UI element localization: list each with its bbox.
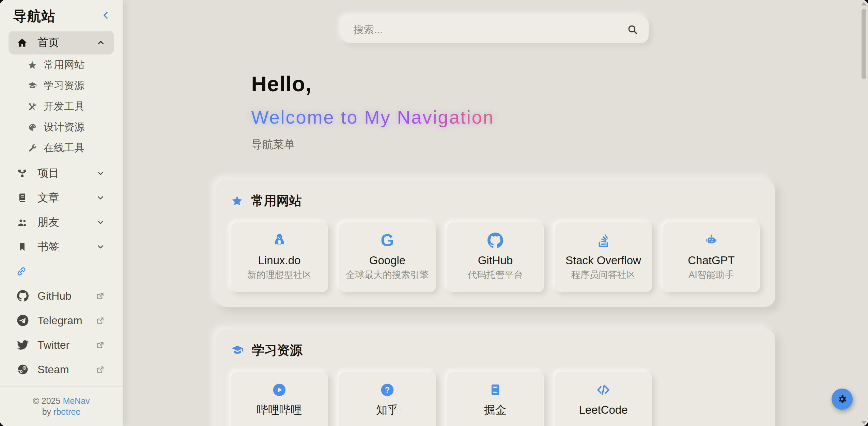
card-description: 程序员问答社区 bbox=[571, 269, 636, 281]
card-description: 新的理想型社区 bbox=[247, 269, 312, 281]
settings-fab-button[interactable] bbox=[832, 389, 853, 410]
sidebar-social: GitHub Telegram Twitter Steam bbox=[0, 284, 123, 382]
app-window: 导航站 首页 常用网站 学习资源 bbox=[0, 0, 868, 426]
book-journal-icon bbox=[487, 382, 503, 398]
palette-icon bbox=[28, 123, 37, 132]
robot-icon bbox=[703, 232, 719, 249]
card-title: LeetCode bbox=[579, 403, 627, 417]
twitter-icon bbox=[17, 339, 29, 351]
graduation-cap-icon bbox=[231, 344, 244, 357]
social-link-telegram[interactable]: Telegram bbox=[0, 308, 123, 333]
card-description: AI智能助手 bbox=[688, 269, 734, 281]
site-card-stackoverflow[interactable]: Stack Overflow 程序员问答社区 bbox=[555, 222, 652, 292]
link-icon bbox=[16, 266, 27, 277]
external-link-icon bbox=[96, 365, 105, 374]
scrollbar-thumb[interactable] bbox=[862, 9, 866, 79]
home-icon bbox=[17, 37, 27, 48]
external-link-icon bbox=[96, 341, 105, 350]
project-diagram-icon bbox=[17, 168, 27, 178]
github-icon bbox=[487, 232, 503, 249]
wrench-icon bbox=[28, 143, 37, 153]
bookmark-icon bbox=[17, 242, 27, 252]
github-icon bbox=[17, 290, 29, 302]
svg-text:?: ? bbox=[385, 385, 390, 394]
sidebar-item-projects[interactable]: 项目 bbox=[0, 161, 123, 186]
search-icon[interactable] bbox=[627, 24, 638, 35]
author-line: by rbetree bbox=[0, 406, 123, 417]
section-title: 常用网站 bbox=[251, 192, 302, 209]
star-icon bbox=[231, 195, 243, 207]
card-grid: 哔哩哔哩 ? 知乎 掘金 bbox=[231, 372, 760, 426]
author-link[interactable]: rbetree bbox=[53, 407, 80, 416]
sidebar-item-articles[interactable]: 文章 bbox=[0, 186, 123, 210]
sidebar-item-learning[interactable]: 学习资源 bbox=[0, 75, 123, 96]
social-links-divider bbox=[0, 259, 123, 284]
sidebar-item-bookmarks[interactable]: 书签 bbox=[0, 235, 123, 259]
section-header: 常用网站 bbox=[231, 193, 760, 208]
play-circle-icon bbox=[272, 382, 287, 398]
site-card-github[interactable]: GitHub 代码托管平台 bbox=[447, 222, 544, 292]
card-title: 哔哩哔哩 bbox=[257, 403, 302, 417]
site-card-leetcode[interactable]: LeetCode bbox=[555, 372, 652, 426]
social-link-steam[interactable]: Steam bbox=[0, 357, 123, 382]
section-learning: 学习资源 哔哩哔哩 ? 知乎 bbox=[216, 329, 775, 426]
site-card-zhihu[interactable]: ? 知乎 bbox=[339, 372, 436, 426]
site-card-juejin[interactable]: 掘金 bbox=[447, 372, 544, 426]
card-grid: Linux.do 新的理想型社区 G Google 全球最大的搜索引擎 GitH… bbox=[231, 222, 760, 292]
scrollbar-up-arrow[interactable] bbox=[861, 2, 867, 5]
social-link-github[interactable]: GitHub bbox=[0, 284, 123, 308]
scrollbar bbox=[860, 0, 868, 426]
chevron-down-icon bbox=[96, 218, 105, 227]
stack-overflow-icon bbox=[595, 232, 611, 249]
sidebar: 导航站 首页 常用网站 学习资源 bbox=[0, 0, 123, 426]
sidebar-item-design[interactable]: 设计资源 bbox=[0, 117, 123, 138]
card-title: Stack Overflow bbox=[565, 254, 641, 267]
scrollbar-down-arrow[interactable] bbox=[861, 421, 867, 424]
telegram-icon bbox=[17, 315, 29, 326]
greeting-welcome: Welcome to My Navigation bbox=[251, 106, 494, 128]
section-header: 学习资源 bbox=[231, 343, 760, 358]
greeting-subtitle: 导航菜单 bbox=[251, 138, 775, 151]
site-card-google[interactable]: G Google 全球最大的搜索引擎 bbox=[339, 222, 436, 292]
social-link-twitter[interactable]: Twitter bbox=[0, 333, 123, 357]
section-title: 学习资源 bbox=[252, 342, 303, 359]
site-card-bilibili[interactable]: 哔哩哔哩 bbox=[231, 372, 328, 426]
steam-icon bbox=[17, 364, 29, 375]
card-title: Linux.do bbox=[258, 254, 301, 267]
screwdriver-wrench-icon bbox=[28, 102, 37, 111]
section-common-sites: 常用网站 Linux.do 新的理想型社区 G Google 全球最大的搜索引擎 bbox=[216, 180, 775, 307]
card-title: ChatGPT bbox=[688, 254, 735, 267]
star-icon bbox=[28, 60, 37, 70]
main-content: Hello, Welcome to My Navigation 导航菜单 常用网… bbox=[123, 0, 868, 426]
sidebar-item-online-tools[interactable]: 在线工具 bbox=[0, 138, 123, 158]
site-link[interactable]: MeNav bbox=[63, 396, 90, 406]
chevron-down-icon bbox=[96, 193, 105, 202]
linux-icon bbox=[272, 232, 287, 249]
users-icon bbox=[17, 217, 27, 227]
chevron-left-icon bbox=[101, 10, 111, 20]
search-input[interactable] bbox=[353, 23, 627, 36]
sidebar-collapse-button[interactable] bbox=[101, 10, 111, 20]
greeting-block: Hello, Welcome to My Navigation 导航菜单 bbox=[251, 72, 775, 151]
question-circle-icon: ? bbox=[379, 382, 395, 398]
site-title: 导航站 bbox=[13, 8, 56, 24]
greeting-hello: Hello, bbox=[251, 72, 775, 96]
sidebar-item-common-sites[interactable]: 常用网站 bbox=[0, 54, 123, 75]
external-link-icon bbox=[96, 291, 105, 301]
card-title: 掘金 bbox=[484, 403, 507, 417]
card-description: 代码托管平台 bbox=[468, 269, 523, 281]
google-g-icon: G bbox=[381, 232, 394, 249]
sidebar-submenu: 常用网站 学习资源 开发工具 设计资源 在线工具 bbox=[0, 54, 123, 158]
sidebar-item-home[interactable]: 首页 bbox=[9, 31, 114, 54]
book-icon bbox=[17, 193, 27, 203]
sidebar-header: 导航站 bbox=[0, 0, 123, 24]
card-title: GitHub bbox=[478, 254, 513, 267]
chevron-down-icon bbox=[96, 242, 105, 251]
sidebar-item-friends[interactable]: 朋友 bbox=[0, 210, 123, 235]
chevron-down-icon bbox=[96, 169, 105, 178]
card-description: 全球最大的搜索引擎 bbox=[346, 269, 429, 281]
sidebar-item-dev-tools[interactable]: 开发工具 bbox=[0, 96, 123, 117]
site-card-chatgpt[interactable]: ChatGPT AI智能助手 bbox=[663, 222, 760, 292]
site-card-linuxdo[interactable]: Linux.do 新的理想型社区 bbox=[231, 222, 328, 292]
gear-icon bbox=[837, 394, 847, 404]
